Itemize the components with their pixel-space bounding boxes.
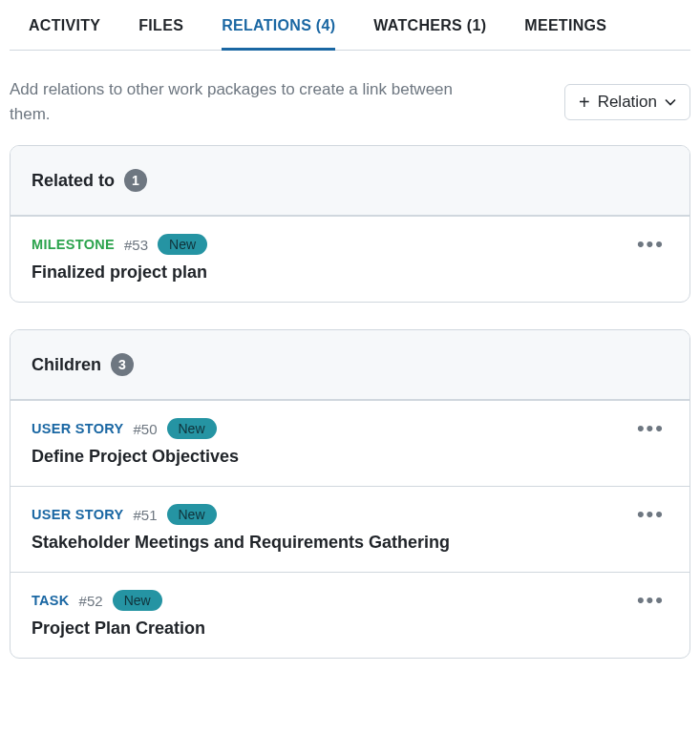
status-badge: New [167, 418, 217, 439]
help-row: Add relations to other work packages to … [10, 51, 690, 145]
item-id: #52 [79, 593, 103, 609]
more-actions-button[interactable]: ••• [633, 504, 668, 525]
tab-activity[interactable]: ACTIVITY [29, 10, 100, 51]
group-related: Related to 1 MILESTONE #53 New Finalized… [10, 145, 690, 303]
more-actions-button[interactable]: ••• [633, 590, 668, 611]
tabs-bar: ACTIVITY FILES RELATIONS (4) WATCHERS (1… [10, 10, 690, 51]
item-title: Stakeholder Meetings and Requirements Ga… [32, 533, 633, 553]
chevron-down-icon [665, 98, 676, 106]
item-content: USER STORY #51 New Stakeholder Meetings … [32, 504, 633, 553]
count-badge: 3 [111, 353, 134, 376]
type-label: USER STORY [32, 421, 123, 436]
group-children: Children 3 USER STORY #50 New Define Pro… [10, 329, 690, 659]
dots-horizontal-icon: ••• [637, 502, 665, 526]
child-item[interactable]: USER STORY #51 New Stakeholder Meetings … [11, 486, 689, 572]
tab-meetings[interactable]: MEETINGS [524, 10, 606, 51]
status-badge: New [158, 234, 207, 255]
dots-horizontal-icon: ••• [637, 588, 665, 612]
group-header-related: Related to 1 [11, 146, 689, 216]
item-meta: USER STORY #50 New [32, 418, 633, 439]
item-id: #50 [133, 421, 157, 437]
group-title: Related to [32, 171, 115, 191]
type-label: TASK [32, 593, 70, 608]
dots-horizontal-icon: ••• [637, 416, 665, 440]
relation-item[interactable]: MILESTONE #53 New Finalized project plan… [11, 216, 689, 302]
tab-relations[interactable]: RELATIONS (4) [222, 10, 335, 51]
add-relation-label: Relation [598, 93, 657, 112]
item-content: TASK #52 New Project Plan Creation [32, 590, 633, 639]
item-id: #51 [133, 507, 157, 523]
item-meta: MILESTONE #53 New [32, 234, 633, 255]
item-title: Project Plan Creation [32, 619, 633, 639]
type-label: USER STORY [32, 507, 123, 522]
item-title: Define Project Objectives [32, 447, 633, 467]
more-actions-button[interactable]: ••• [633, 418, 668, 439]
item-meta: USER STORY #51 New [32, 504, 633, 525]
group-header-children: Children 3 [11, 330, 689, 400]
child-item[interactable]: USER STORY #50 New Define Project Object… [11, 400, 689, 486]
type-label: MILESTONE [32, 237, 115, 252]
plus-icon: + [579, 93, 590, 112]
item-content: MILESTONE #53 New Finalized project plan [32, 234, 633, 283]
group-title: Children [32, 355, 101, 375]
more-actions-button[interactable]: ••• [633, 234, 668, 255]
tab-watchers[interactable]: WATCHERS (1) [373, 10, 486, 51]
status-badge: New [167, 504, 217, 525]
dots-horizontal-icon: ••• [637, 232, 665, 256]
child-item[interactable]: TASK #52 New Project Plan Creation ••• [11, 572, 689, 658]
item-meta: TASK #52 New [32, 590, 633, 611]
help-text: Add relations to other work packages to … [10, 77, 487, 126]
item-title: Finalized project plan [32, 262, 633, 283]
add-relation-button[interactable]: + Relation [564, 84, 690, 120]
status-badge: New [113, 590, 162, 611]
count-badge: 1 [124, 169, 147, 192]
tab-files[interactable]: FILES [138, 10, 183, 51]
item-content: USER STORY #50 New Define Project Object… [32, 418, 633, 467]
item-id: #53 [124, 237, 148, 253]
